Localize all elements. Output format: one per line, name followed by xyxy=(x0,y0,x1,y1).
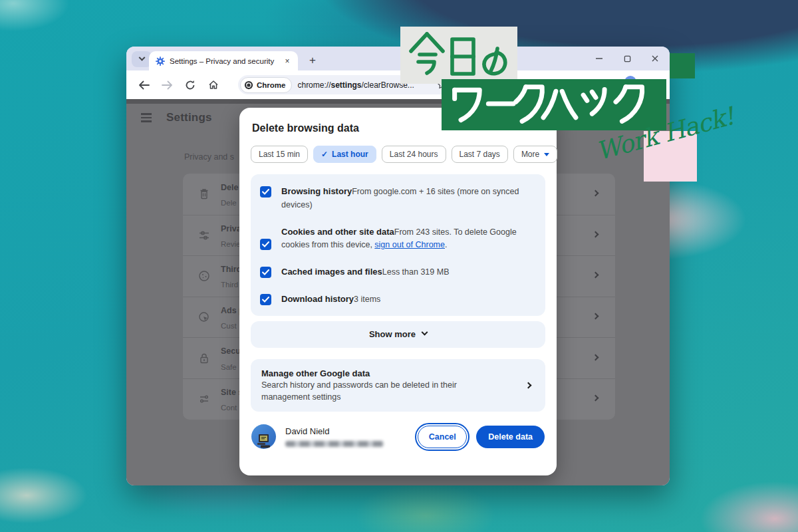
check-icon: ✓ xyxy=(321,150,328,159)
headline-text-today xyxy=(406,30,512,80)
cookie-icon xyxy=(198,269,211,283)
show-more-button[interactable]: Show more xyxy=(251,321,545,348)
forward-icon[interactable] xyxy=(158,76,176,94)
headline-text-workhack xyxy=(448,84,660,125)
minimize-button[interactable] xyxy=(594,53,604,64)
checkbox-checked[interactable] xyxy=(260,239,271,250)
page: Settings – Privacy and security × + xyxy=(0,0,798,532)
chevron-right-icon xyxy=(593,231,599,237)
section-heading: Privacy and s xyxy=(184,152,234,162)
retro-computer-icon xyxy=(255,433,273,449)
new-tab-button[interactable]: + xyxy=(305,53,321,68)
checkbox-checked[interactable] xyxy=(260,294,271,305)
tab-strip: Settings – Privacy and security × + xyxy=(126,47,670,70)
window-controls xyxy=(594,47,670,70)
cancel-button[interactable]: Cancel xyxy=(418,426,467,448)
page-content-dimmed: Settings Privacy and s DeleDele PrivaRev… xyxy=(126,99,670,485)
chrome-site-chip[interactable]: Chrome xyxy=(240,77,292,93)
settings-gear-favicon xyxy=(156,57,165,66)
lock-icon xyxy=(198,352,211,365)
delete-data-button[interactable]: Delete data xyxy=(476,426,545,448)
chevron-right-icon xyxy=(593,313,599,320)
chevron-right-icon xyxy=(593,190,599,196)
manage-other-google-data[interactable]: Manage other Google data Search history … xyxy=(251,359,545,412)
data-types-list: Browsing historyFrom google.com + 16 sit… xyxy=(251,174,545,316)
item-cached-images[interactable]: Cached images and filesLess than 319 MB xyxy=(251,258,545,285)
tab-title: Settings – Privacy and security xyxy=(170,57,277,65)
chevron-right-icon xyxy=(525,382,532,388)
item-cookies[interactable]: Cookies and other site dataFrom 243 site… xyxy=(251,218,545,259)
maximize-button[interactable] xyxy=(622,53,632,64)
chip-more[interactable]: More xyxy=(513,146,557,163)
tab-close-icon[interactable]: × xyxy=(282,56,293,66)
close-button[interactable] xyxy=(650,53,660,64)
active-tab[interactable]: Settings – Privacy and security × xyxy=(149,51,298,70)
chevron-right-icon xyxy=(593,272,599,279)
headline-box-workhack xyxy=(442,79,666,130)
back-icon[interactable] xyxy=(134,76,153,94)
chip-last-hour[interactable]: ✓Last hour xyxy=(313,146,376,163)
time-range-chips: Last 15 min ✓Last hour Last 24 hours Las… xyxy=(251,146,545,163)
user-name: David Nield xyxy=(285,426,418,436)
tune-icon xyxy=(198,229,211,242)
settings-page-title: Settings xyxy=(166,111,212,124)
chip-last-7-days[interactable]: Last 7 days xyxy=(452,146,508,163)
chip-last-24-hours[interactable]: Last 24 hours xyxy=(382,146,446,163)
ads-privacy-icon xyxy=(198,311,211,324)
headline-box-today xyxy=(400,27,517,84)
site-settings-icon xyxy=(198,392,211,406)
chevron-right-icon xyxy=(593,354,599,360)
home-icon[interactable] xyxy=(204,76,223,94)
item-download-history[interactable]: Download history3 items xyxy=(251,285,545,313)
checkbox-checked[interactable] xyxy=(260,267,271,278)
item-browsing-history[interactable]: Browsing historyFrom google.com + 16 sit… xyxy=(251,178,545,218)
chip-last-15-min[interactable]: Last 15 min xyxy=(251,146,308,163)
trash-icon xyxy=(198,188,211,201)
chrome-logo-icon xyxy=(244,80,253,90)
chevron-down-icon xyxy=(422,329,428,336)
chevron-down-icon xyxy=(138,54,145,61)
reload-icon[interactable] xyxy=(181,76,200,94)
green-accent-square xyxy=(670,53,695,78)
delete-browsing-data-dialog: Delete browsing data Last 15 min ✓Last h… xyxy=(239,108,557,475)
chevron-right-icon xyxy=(593,395,599,402)
user-avatar xyxy=(251,424,276,449)
dropdown-caret-icon xyxy=(544,153,549,156)
checkbox-checked[interactable] xyxy=(260,186,271,198)
chrome-chip-label: Chrome xyxy=(257,81,285,89)
dialog-footer: David Nield Cancel Delete data xyxy=(251,424,545,449)
menu-icon[interactable] xyxy=(141,113,152,122)
user-email-redacted xyxy=(285,441,384,447)
sign-out-link[interactable]: sign out of Chrome xyxy=(374,240,445,249)
